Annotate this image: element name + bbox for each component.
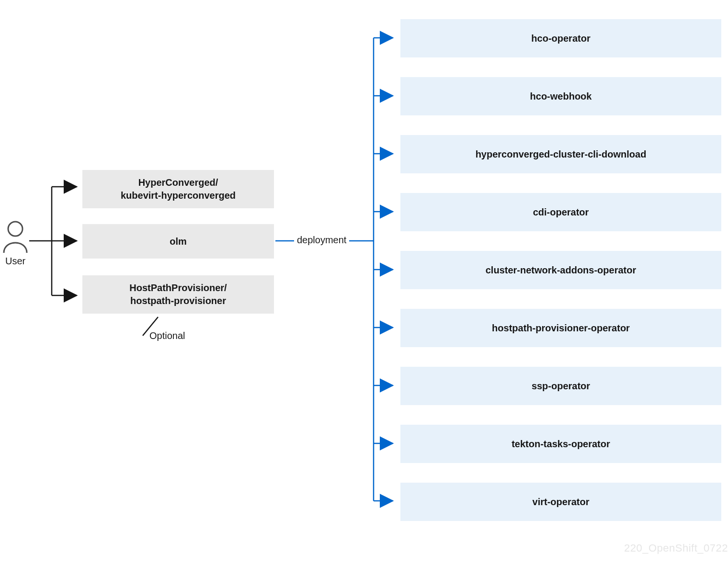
box-ssp-operator: ssp-operator	[400, 367, 721, 405]
box-olm: olm	[82, 224, 274, 259]
box-virt-operator: virt-operator	[400, 483, 721, 521]
optional-label: Optional	[149, 330, 185, 341]
box-hostpath-provisioner: HostPathProvisioner/hostpath-provisioner	[82, 275, 274, 314]
box-hostpath-provisioner-operator: hostpath-provisioner-operator	[400, 309, 721, 347]
box-hyperconverged-cluster-cli-download: hyperconverged-cluster-cli-download	[400, 135, 721, 173]
svg-point-0	[8, 222, 23, 236]
user-label: User	[5, 256, 25, 267]
box-cluster-network-addons-operator: cluster-network-addons-operator	[400, 251, 721, 289]
box-hyperconverged: HyperConverged/kubevirt-hyperconverged	[82, 170, 274, 208]
box-tekton-tasks-operator: tekton-tasks-operator	[400, 425, 721, 463]
box-hco-operator: hco-operator	[400, 19, 721, 57]
watermark: 220_OpenShift_0722	[624, 542, 728, 554]
deployment-label: deployment	[294, 235, 349, 246]
box-cdi-operator: cdi-operator	[400, 193, 721, 231]
user-icon	[4, 222, 27, 253]
box-hco-webhook: hco-webhook	[400, 77, 721, 115]
